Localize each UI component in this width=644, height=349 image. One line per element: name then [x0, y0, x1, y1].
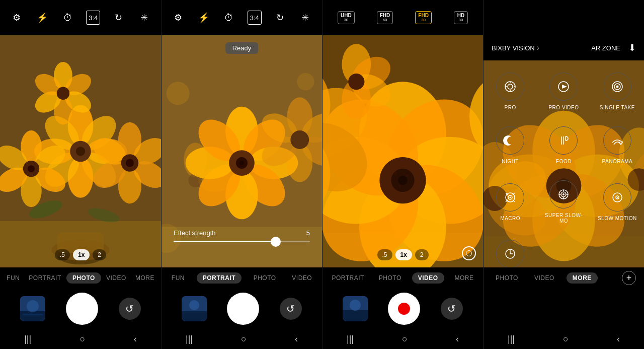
flip-camera-button-p2[interactable]: ↺ — [280, 298, 302, 320]
more-header: BIXBY VISION › AR ZONE ⬇ — [484, 35, 644, 60]
mode-tabs-video: PORTRAIT PHOTO VIDEO MORE — [323, 267, 483, 289]
svg-point-37 — [57, 87, 69, 100]
mode-panorama[interactable]: PANORAMA — [591, 118, 644, 172]
tab-more-v[interactable]: MORE — [451, 272, 478, 284]
nav-menu-icon-p2[interactable]: ||| — [186, 334, 193, 344]
shutter-button-photo[interactable] — [66, 293, 98, 325]
svg-point-131 — [508, 84, 513, 89]
tab-portrait-p2[interactable]: PORTRAIT — [197, 272, 242, 284]
tab-photo-m[interactable]: PHOTO — [492, 272, 522, 284]
nav-home-icon-m[interactable]: ○ — [563, 334, 569, 344]
download-icon[interactable]: ⬇ — [628, 42, 636, 53]
quality-uhd30[interactable]: UHD 30 — [338, 11, 355, 24]
bottom-controls-photo: FUN PORTRAIT PHOTO VIDEO MORE ↺ ||| ○ ‹ — [0, 267, 161, 349]
tab-portrait[interactable]: PORTRAIT — [25, 272, 65, 284]
tab-more[interactable]: MORE — [131, 272, 158, 284]
nav-menu-icon-v[interactable]: ||| — [347, 334, 354, 344]
super-slow-mo-icon-circle — [549, 180, 578, 208]
add-mode-button[interactable]: + — [622, 271, 636, 285]
tab-video-p2[interactable]: VIDEO — [288, 272, 316, 284]
night-icon-circle — [496, 126, 524, 155]
mode-night[interactable]: NIGHT — [484, 118, 537, 172]
quality-hd30[interactable]: HD 30 — [454, 11, 468, 24]
nav-home-icon-p2[interactable]: ○ — [241, 334, 247, 344]
gallery-thumb-p2[interactable] — [182, 296, 207, 321]
shutter-button-portrait[interactable] — [227, 293, 259, 325]
nav-back-icon-p2[interactable]: ‹ — [295, 334, 298, 344]
tab-video[interactable]: VIDEO — [102, 272, 130, 284]
flip-camera-button-v[interactable]: ↺ — [441, 298, 463, 320]
gallery-thumb[interactable] — [20, 296, 45, 321]
flash-icon-p2[interactable]: ⚡ — [197, 11, 211, 25]
mode-tabs-portrait: FUN PORTRAIT PHOTO VIDEO — [162, 267, 322, 289]
macro-label: MACRO — [500, 216, 520, 221]
svg-point-91 — [406, 174, 409, 177]
zoom-2x[interactable]: 2 — [93, 249, 106, 260]
viewfinder-portrait: Ready Effect strength 5 — [162, 35, 322, 267]
nav-back-icon-v[interactable]: ‹ — [456, 334, 459, 344]
nav-menu-icon-m[interactable]: ||| — [508, 334, 515, 344]
sparkles-icon[interactable]: ✳ — [137, 11, 151, 25]
effect-track[interactable] — [174, 241, 310, 242]
zoom-point5[interactable]: .5 — [55, 249, 70, 260]
settings-icon[interactable]: ⚙ — [10, 11, 24, 25]
tab-fun[interactable]: FUN — [3, 272, 24, 284]
nav-home-icon[interactable]: ○ — [80, 334, 86, 344]
bixby-vision-label: BIXBY VISION — [492, 44, 535, 52]
top-bar-photo: ⚙ ⚡ ⏱ 3:4 ↻ ✳ — [0, 0, 161, 35]
ar-zone-label[interactable]: AR ZONE — [591, 44, 620, 52]
tab-more-m[interactable]: MORE — [567, 272, 598, 284]
nav-back-icon-m[interactable]: ‹ — [617, 334, 620, 344]
mode-hyperlapse[interactable]: HYPERLAPSE — [484, 232, 537, 267]
mode-single-take[interactable]: SINGLE TAKE — [591, 64, 644, 118]
panorama-icon-circle — [603, 126, 631, 155]
mode-food[interactable]: FOOD — [537, 118, 590, 172]
bixby-vision-link[interactable]: BIXBY VISION › — [492, 43, 539, 52]
svg-point-157 — [562, 193, 565, 195]
shutter-button-video[interactable] — [388, 293, 420, 325]
ratio-icon[interactable]: 3:4 — [86, 11, 100, 25]
flash-icon[interactable]: ⚡ — [35, 11, 49, 25]
svg-rect-45 — [23, 314, 43, 315]
zoom-controls-video: .5 1x 2 — [377, 249, 428, 260]
mode-super-slow-mo[interactable]: SUPER SLOW-MO — [537, 172, 590, 232]
chevron-right-icon: › — [537, 43, 539, 52]
sparkles-icon-p2[interactable]: ✳ — [298, 11, 312, 25]
tab-photo[interactable]: PHOTO — [66, 272, 101, 284]
pro-icon-circle — [496, 73, 524, 101]
svg-rect-43 — [20, 311, 45, 321]
svg-point-44 — [27, 300, 39, 312]
mode-pro[interactable]: PRO — [484, 64, 537, 118]
zoom-point5-video[interactable]: .5 — [377, 249, 392, 260]
mode-macro[interactable]: MACRO — [484, 172, 537, 232]
mode-slow-motion[interactable]: SLOW MOTION — [591, 172, 644, 232]
timer-icon[interactable]: ⏱ — [61, 11, 75, 25]
nav-back-icon[interactable]: ‹ — [134, 334, 137, 344]
ratio-icon-p2[interactable]: 3:4 — [248, 11, 262, 25]
rotate-icon[interactable]: ↻ — [112, 11, 126, 25]
tab-photo-v[interactable]: PHOTO — [375, 272, 406, 284]
pro-video-label: PRO VIDEO — [548, 105, 579, 110]
gallery-thumb-v[interactable] — [343, 296, 368, 321]
quality-fhd60[interactable]: FHD 60 — [377, 11, 393, 24]
zoom-1x[interactable]: 1x — [73, 249, 90, 260]
zoom-1x-video[interactable]: 1x — [395, 249, 412, 260]
tab-video-m[interactable]: VIDEO — [530, 272, 558, 284]
svg-rect-108 — [343, 310, 368, 321]
tab-video-v[interactable]: VIDEO — [412, 272, 444, 284]
rotate-icon-p2[interactable]: ↻ — [273, 11, 287, 25]
tab-portrait-v[interactable]: PORTRAIT — [328, 272, 368, 284]
tab-photo-p2[interactable]: PHOTO — [250, 272, 280, 284]
quality-fhd30[interactable]: FHD 30 — [415, 11, 432, 24]
settings-icon-p2[interactable]: ⚙ — [171, 11, 185, 25]
timer-icon-p2[interactable]: ⏱ — [222, 11, 236, 25]
zoom-2x-video[interactable]: 2 — [415, 249, 429, 260]
mode-pro-video[interactable]: PRO VIDEO — [537, 64, 590, 118]
panel-photo: ⚙ ⚡ ⏱ 3:4 ↻ ✳ — [0, 0, 161, 349]
svg-point-62 — [239, 161, 244, 165]
flip-camera-button[interactable]: ↺ — [119, 298, 141, 320]
tab-fun-p2[interactable]: FUN — [168, 272, 189, 284]
nav-menu-icon[interactable]: ||| — [24, 334, 31, 344]
nav-home-icon-v[interactable]: ○ — [402, 334, 408, 344]
focus-icon-video[interactable] — [462, 246, 476, 260]
